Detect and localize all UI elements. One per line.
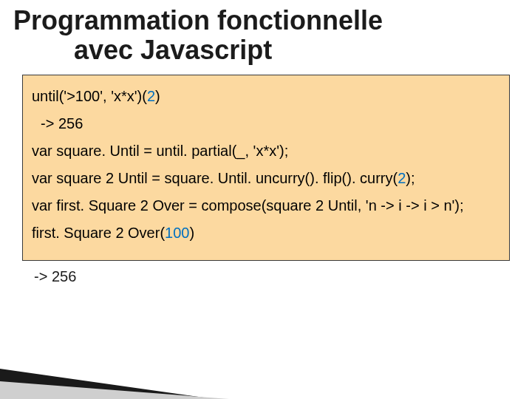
code-line-2: -> 256: [41, 115, 503, 133]
code-box: until('>100', 'x*x')(2) -> 256 var squar…: [22, 75, 510, 261]
title-line-1: Programmation fonctionnelle: [13, 5, 383, 35]
code-text: until('>100', 'x*x')(: [32, 88, 147, 104]
code-text: );: [406, 170, 415, 186]
code-literal: 2: [147, 88, 155, 104]
code-text: var square 2 Until = square. Until. uncu…: [32, 170, 398, 186]
code-line-4: var square 2 Until = square. Until. uncu…: [32, 169, 503, 188]
code-line-5: var first. Square 2 Over = compose(squar…: [32, 197, 503, 215]
code-literal: 100: [165, 225, 189, 241]
slide-title: Programmation fonctionnelle avec Javascr…: [0, 0, 532, 66]
decorative-wedge: [0, 347, 259, 399]
code-text: ): [189, 225, 194, 241]
result-output: -> 256: [34, 268, 532, 285]
code-line-6: first. Square 2 Over(100): [32, 224, 503, 242]
code-literal: 2: [398, 170, 406, 186]
title-line-2: avec Javascript: [74, 35, 532, 65]
code-text: first. Square 2 Over(: [32, 225, 165, 241]
code-text: ): [155, 88, 160, 104]
code-line-1: until('>100', 'x*x')(2): [32, 87, 503, 106]
code-line-3: var square. Until = until. partial(_, 'x…: [32, 142, 503, 160]
wedge-light: [0, 378, 229, 399]
